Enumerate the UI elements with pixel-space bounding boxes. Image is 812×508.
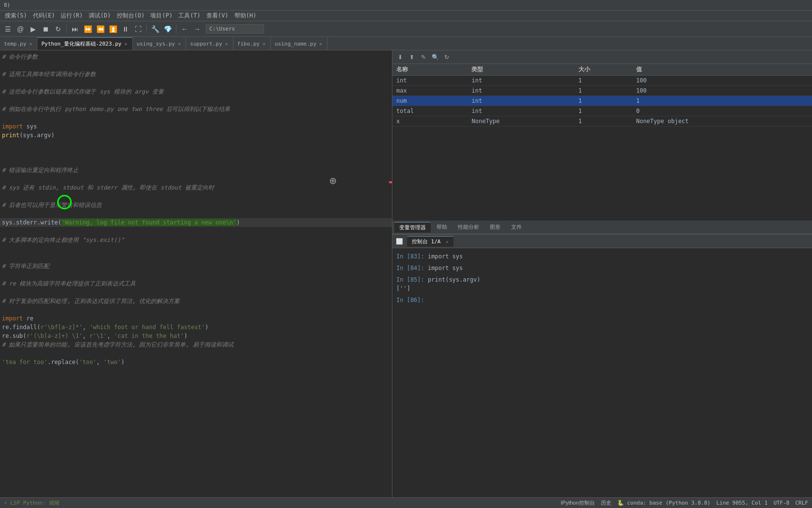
file-tab-name[interactable]: using_name.py ✕ <box>271 37 328 50</box>
toolbar-btn-forward[interactable]: → <box>191 23 203 35</box>
toolbar-btn-run[interactable]: ▶ <box>27 23 39 35</box>
toolbar-btn-wrench[interactable]: 🔧 <box>149 23 161 35</box>
toolbar-path[interactable]: C:\Users <box>206 24 264 33</box>
main-layout: ⊕ # 命令行参数 # 适用工具脚本经常调用命令行参数 # 这些命令行参数以链表… <box>0 50 812 497</box>
var-btn-refresh[interactable]: ↻ <box>442 52 452 62</box>
file-tab-temp[interactable]: temp.py ✕ <box>0 37 37 50</box>
console-code: import sys <box>428 253 463 260</box>
ipython-console-btn[interactable]: IPython控制台 <box>561 499 594 507</box>
editor-line <box>0 244 392 253</box>
tab-help[interactable]: 帮助 <box>432 222 452 232</box>
file-tab-main-close[interactable]: ✕ <box>124 41 128 47</box>
line-text: sys.stderr.write('Warning, log file not … <box>0 218 392 227</box>
status-position: Line 9055, Col 1 <box>716 500 767 506</box>
toolbar-btn-step[interactable]: ⏭ <box>69 23 81 35</box>
line-text: import sys <box>0 122 392 131</box>
col-name: 名称 <box>392 64 468 76</box>
console-section: ⬜ 控制台 1/A ✕ In [83]: import sys In [84]:… <box>392 235 812 497</box>
file-tab-name-close[interactable]: ✕ <box>318 41 323 47</box>
status-lsp: ⚡ LSP Python: 就绪 <box>4 499 60 507</box>
file-tab-fibo[interactable]: fibo.py ✕ <box>234 37 271 50</box>
editor-area[interactable]: ⊕ # 命令行参数 # 适用工具脚本经常调用命令行参数 # 这些命令行参数以链表… <box>0 50 392 497</box>
toolbar-btn-gem[interactable]: 💎 <box>162 23 173 35</box>
var-name: int <box>392 76 468 86</box>
menu-item-debug[interactable]: 调试(D) <box>86 11 114 21</box>
menu-item-console[interactable]: 控制台(O) <box>114 11 148 21</box>
console-code: print(sys.argv) <box>428 276 480 283</box>
var-type: int <box>468 86 574 96</box>
editor-line: import re <box>0 314 392 323</box>
editor-line <box>0 148 392 157</box>
console-open-btn[interactable]: ⬜ <box>394 237 404 246</box>
menu-item-tools[interactable]: 工具(T) <box>175 11 203 21</box>
file-tab-temp-close[interactable]: ✕ <box>28 41 33 47</box>
line-text: # 大多脚本的定向终止都使用 "sys.exit()" <box>0 236 392 244</box>
var-row-x[interactable]: x NoneType 1 NoneType object <box>392 116 812 127</box>
line-text: print(sys.argv) <box>0 131 392 140</box>
var-btn-search[interactable]: ✎ <box>419 52 428 62</box>
menu-item-help[interactable]: 帮助(H) <box>232 11 260 21</box>
file-tab-bar: temp.py ✕ Python_量化编程基础-2023.py ✕ using_… <box>0 37 812 50</box>
file-tab-temp-label: temp.py <box>4 41 26 47</box>
toolbar-btn-at[interactable]: @ <box>15 23 26 35</box>
status-right: IPython控制台 历史 🐍 conda: base (Python 3.8.… <box>561 499 808 507</box>
file-tab-fibo-label: fibo.py <box>237 41 260 47</box>
toolbar-btn-back[interactable]: ← <box>179 23 190 35</box>
file-tab-support-close[interactable]: ✕ <box>224 41 229 47</box>
toolbar-btn-step2[interactable]: ⏩ <box>82 23 94 35</box>
tab-variable-manager[interactable]: 变量管理器 <box>394 222 431 233</box>
toolbar-btn-restart[interactable]: ↻ <box>52 23 64 35</box>
line-text: import re <box>0 314 392 323</box>
var-name: num <box>392 96 468 106</box>
var-row-int[interactable]: int int 1 100 <box>392 76 812 86</box>
line-text: # 错误输出重定向和程序终止 <box>0 166 392 175</box>
error-marker <box>389 181 392 183</box>
var-row-max[interactable]: max int 1 100 <box>392 86 812 96</box>
toolbar-btn-square[interactable]: ⏸ <box>120 23 131 35</box>
toolbar-btn-step4[interactable]: ⏫ <box>107 23 119 35</box>
toolbar-btn-step3[interactable]: ⏪ <box>94 23 106 35</box>
menu-item-run[interactable]: 运行(R) <box>58 11 86 21</box>
variable-explorer: ⬇ ⬆ ✎ 🔍 ↻ 名称 类型 大小 值 <box>392 50 812 235</box>
var-row-num[interactable]: num int 1 1 <box>392 96 812 106</box>
editor-line <box>0 96 392 105</box>
tab-files[interactable]: 文件 <box>506 222 527 232</box>
tab-profiler[interactable]: 性能分析 <box>453 222 484 232</box>
console-area[interactable]: In [83]: import sys In [84]: import sys … <box>392 248 812 497</box>
line-text: # 字符串正则匹配 <box>0 262 392 270</box>
toolbar-btn-expand[interactable]: ⛶ <box>132 23 144 35</box>
editor-line: # 命令行参数 <box>0 52 392 61</box>
file-tab-main[interactable]: Python_量化编程基础-2023.py ✕ <box>37 37 132 50</box>
var-type: int <box>468 96 574 106</box>
toolbar-btn-list[interactable]: ☰ <box>2 23 14 35</box>
menu-item-search[interactable]: 搜索(S) <box>2 11 30 21</box>
console-tab-close[interactable]: ✕ <box>446 239 448 244</box>
history-btn[interactable]: 历史 <box>601 499 611 507</box>
var-row-total[interactable]: total int 1 0 <box>392 106 812 116</box>
tab-plots[interactable]: 图形 <box>485 222 505 232</box>
console-tab-label: 控制台 1/A <box>412 238 441 245</box>
var-size: 1 <box>575 86 632 96</box>
file-tab-sys-close[interactable]: ✕ <box>177 41 182 47</box>
editor-line <box>0 270 392 279</box>
tab-console[interactable]: 控制台 1/A ✕ <box>407 236 453 247</box>
file-tab-sys[interactable]: using_sys.py ✕ <box>133 37 187 50</box>
editor-line: print(sys.argv) <box>0 131 392 140</box>
var-size: 1 <box>575 76 632 86</box>
line-text <box>0 349 392 358</box>
editor-line <box>0 61 392 70</box>
toolbar-btn-stop[interactable]: ⏹ <box>40 23 51 35</box>
editor-line <box>0 140 392 148</box>
var-btn-filter[interactable]: 🔍 <box>430 52 440 62</box>
file-tab-fibo-close[interactable]: ✕ <box>262 41 266 47</box>
file-tab-support[interactable]: support.py ✕ <box>186 37 233 50</box>
menu-item-view[interactable]: 查看(V) <box>203 11 232 21</box>
menu-item-project[interactable]: 项目(P) <box>147 11 175 21</box>
line-text <box>0 175 392 183</box>
console-entry: In [83]: import sys <box>396 252 808 261</box>
line-text <box>0 227 392 236</box>
var-btn-import[interactable]: ⬇ <box>395 52 405 62</box>
var-btn-export[interactable]: ⬆ <box>407 52 417 62</box>
menu-item-code[interactable]: 代码(E) <box>30 11 58 21</box>
file-tab-sys-label: using_sys.py <box>137 41 175 47</box>
